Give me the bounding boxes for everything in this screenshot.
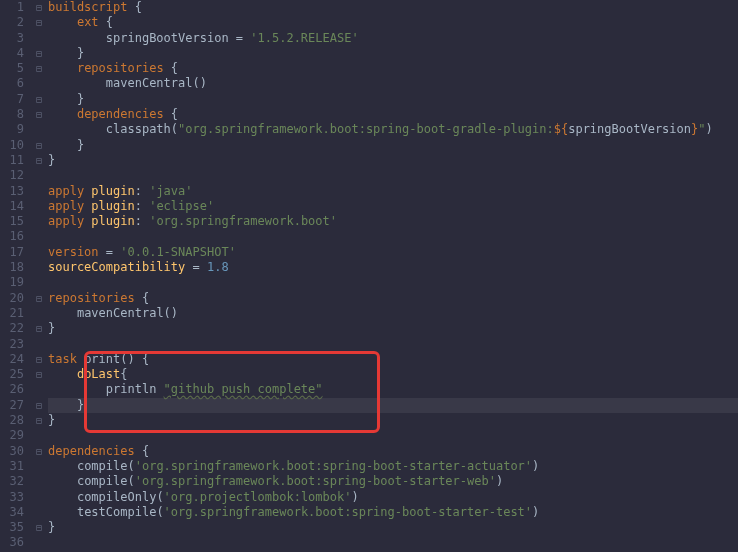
- line-number: 8: [6, 107, 24, 122]
- token: doLast: [77, 367, 120, 381]
- code-line[interactable]: [48, 275, 738, 290]
- code-line[interactable]: springBootVersion = '1.5.2.RELEASE': [48, 31, 738, 46]
- fold-marker: [32, 275, 46, 290]
- fold-marker[interactable]: ⊟: [32, 321, 46, 336]
- token: 'eclipse': [149, 199, 214, 213]
- token: buildscript: [48, 0, 127, 14]
- code-line[interactable]: }: [48, 520, 738, 535]
- code-line[interactable]: [48, 535, 738, 550]
- token: 'org.springframework.boot:spring-boot-st…: [164, 505, 532, 519]
- code-line[interactable]: }: [48, 138, 738, 153]
- code-line[interactable]: repositories {: [48, 291, 738, 306]
- token: println: [106, 382, 164, 396]
- code-line[interactable]: }: [48, 92, 738, 107]
- fold-gutter[interactable]: ⊟⊟⊟⊟⊟⊟⊟⊟⊟⊟⊟⊟⊟⊟⊟⊟: [32, 0, 46, 552]
- token: springBootVersion =: [106, 31, 251, 45]
- token: ): [532, 459, 539, 473]
- line-number: 25: [6, 367, 24, 382]
- fold-marker[interactable]: ⊟: [32, 61, 46, 76]
- code-line[interactable]: version = '0.0.1-SNAPSHOT': [48, 245, 738, 260]
- code-line[interactable]: [48, 337, 738, 352]
- line-number: 14: [6, 199, 24, 214]
- fold-marker[interactable]: ⊟: [32, 46, 46, 61]
- token: plugin: [91, 199, 134, 213]
- code-editor[interactable]: 1234567891011121314151617181920212223242…: [0, 0, 738, 552]
- fold-marker[interactable]: ⊟: [32, 398, 46, 413]
- fold-marker: [32, 122, 46, 137]
- fold-marker: [32, 490, 46, 505]
- line-number: 36: [6, 535, 24, 550]
- code-line[interactable]: dependencies {: [48, 107, 738, 122]
- code-line[interactable]: repositories {: [48, 61, 738, 76]
- code-line[interactable]: dependencies {: [48, 444, 738, 459]
- token: =: [99, 245, 121, 259]
- line-number: 27: [6, 398, 24, 413]
- token: classpath(: [106, 122, 178, 136]
- code-line[interactable]: classpath("org.springframework.boot:spri…: [48, 122, 738, 137]
- fold-marker[interactable]: ⊟: [32, 444, 46, 459]
- line-number: 28: [6, 413, 24, 428]
- fold-marker[interactable]: ⊟: [32, 153, 46, 168]
- code-line[interactable]: }: [48, 413, 738, 428]
- code-line[interactable]: ext {: [48, 15, 738, 30]
- token: :: [135, 199, 149, 213]
- fold-marker: [32, 260, 46, 275]
- fold-marker[interactable]: ⊟: [32, 107, 46, 122]
- line-number: 6: [6, 76, 24, 91]
- fold-marker[interactable]: ⊟: [32, 92, 46, 107]
- code-line[interactable]: mavenCentral(): [48, 76, 738, 91]
- fold-marker[interactable]: ⊟: [32, 138, 46, 153]
- code-line[interactable]: apply plugin: 'eclipse': [48, 199, 738, 214]
- token: mavenCentral(): [106, 76, 207, 90]
- code-line[interactable]: [48, 168, 738, 183]
- fold-marker: [32, 76, 46, 91]
- fold-marker[interactable]: ⊟: [32, 15, 46, 30]
- fold-marker: [32, 459, 46, 474]
- line-number: 23: [6, 337, 24, 352]
- code-line[interactable]: }: [48, 153, 738, 168]
- line-number: 10: [6, 138, 24, 153]
- code-area[interactable]: buildscript { ext { springBootVersion = …: [46, 0, 738, 552]
- token: {: [135, 291, 149, 305]
- code-line[interactable]: apply plugin: 'java': [48, 184, 738, 199]
- fold-marker[interactable]: ⊟: [32, 352, 46, 367]
- token: ext: [77, 15, 99, 29]
- code-line[interactable]: apply plugin: 'org.springframework.boot': [48, 214, 738, 229]
- code-line[interactable]: println "github push complete": [48, 382, 738, 397]
- fold-marker: [32, 306, 46, 321]
- fold-marker: [32, 245, 46, 260]
- code-line[interactable]: doLast{: [48, 367, 738, 382]
- code-line[interactable]: }: [48, 46, 738, 61]
- token: repositories: [48, 291, 135, 305]
- code-line[interactable]: mavenCentral(): [48, 306, 738, 321]
- code-line[interactable]: }: [48, 398, 738, 413]
- token: 'org.springframework.boot:spring-boot-st…: [135, 459, 532, 473]
- code-line[interactable]: [48, 229, 738, 244]
- token: {: [127, 0, 141, 14]
- code-line[interactable]: testCompile('org.springframework.boot:sp…: [48, 505, 738, 520]
- token: apply: [48, 184, 91, 198]
- fold-marker: [32, 229, 46, 244]
- fold-marker[interactable]: ⊟: [32, 0, 46, 15]
- fold-marker[interactable]: ⊟: [32, 413, 46, 428]
- fold-marker[interactable]: ⊟: [32, 367, 46, 382]
- code-line[interactable]: task print() {: [48, 352, 738, 367]
- code-line[interactable]: buildscript {: [48, 0, 738, 15]
- line-number: 29: [6, 428, 24, 443]
- code-line[interactable]: compile('org.springframework.boot:spring…: [48, 474, 738, 489]
- code-line[interactable]: compile('org.springframework.boot:spring…: [48, 459, 738, 474]
- code-line[interactable]: compileOnly('org.projectlombok:lombok'): [48, 490, 738, 505]
- code-line[interactable]: }: [48, 321, 738, 336]
- token: plugin: [91, 214, 134, 228]
- line-number: 30: [6, 444, 24, 459]
- token: compile(: [77, 459, 135, 473]
- code-line[interactable]: [48, 428, 738, 443]
- line-number: 32: [6, 474, 24, 489]
- token: mavenCentral(): [77, 306, 178, 320]
- token: {: [99, 15, 113, 29]
- line-number: 1: [6, 0, 24, 15]
- code-line[interactable]: sourceCompatibility = 1.8: [48, 260, 738, 275]
- fold-marker[interactable]: ⊟: [32, 520, 46, 535]
- line-number: 26: [6, 382, 24, 397]
- fold-marker[interactable]: ⊟: [32, 291, 46, 306]
